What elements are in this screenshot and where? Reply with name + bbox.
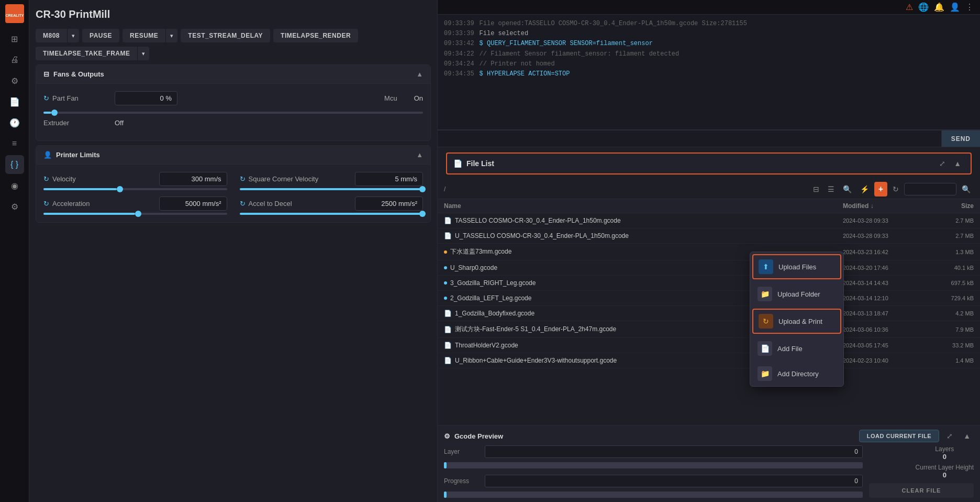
accel-decel-input[interactable]: [355, 197, 423, 211]
velocity-input[interactable]: [159, 172, 227, 186]
sq-corner-refresh-icon[interactable]: ↻: [240, 175, 246, 183]
sidebar-item-file[interactable]: 📄: [5, 92, 24, 111]
add-file-icon[interactable]: +: [874, 182, 887, 197]
terminal-input[interactable]: [438, 130, 941, 147]
timelapse-take-group: TIMELAPSE_TAKE_FRAME ▾: [36, 47, 149, 60]
globe-icon[interactable]: 🌐: [918, 2, 929, 12]
accel-slider[interactable]: [43, 213, 227, 215]
pause-button[interactable]: PAUSE: [82, 29, 119, 42]
sq-corner-slider-thumb[interactable]: [419, 186, 426, 192]
table-row[interactable]: 📄 1_Godzilla_Bodyfixed.gcode 2024-03-13 …: [438, 306, 980, 321]
resume-btn-group: RESUME ▾: [122, 29, 177, 42]
fans-outputs-title-row: ⊟ Fans & Outputs: [43, 70, 104, 78]
velocity-refresh-icon[interactable]: ↻: [43, 175, 49, 183]
layer-slider[interactable]: [444, 462, 863, 468]
test-stream-button[interactable]: TEST_STREAM_DELAY: [181, 29, 270, 42]
user-icon[interactable]: 👤: [950, 2, 960, 12]
add-directory-item[interactable]: 📁 Add Directory: [750, 361, 843, 386]
table-row[interactable]: 下水道盖73mm.gcode 2024-03-23 16:42 1.3 MB: [438, 244, 980, 260]
timelapse-take-dropdown[interactable]: ▾: [137, 47, 149, 60]
sidebar-item-grid[interactable]: ⊞: [5, 29, 24, 48]
right-panel: ⚠ 🌐 🔔 👤 ⋮ 09:33:39 File opened:TASSELLO …: [438, 0, 980, 502]
menu-icon[interactable]: ⋮: [965, 2, 974, 12]
part-fan-input[interactable]: [115, 91, 177, 105]
table-row[interactable]: 📄 U_TASSELLO COSMO-CR-30_0.4_Ender-PLA_1…: [438, 228, 980, 244]
gcode-left-panel: Layer Progress: [444, 445, 863, 498]
upload-print-item[interactable]: ↻ Upload & Print: [752, 309, 841, 334]
upload-folder-label: Upload Folder: [777, 290, 820, 298]
load-current-file-button[interactable]: LOAD CURRENT FILE: [859, 430, 939, 442]
send-button[interactable]: SEND: [941, 130, 980, 147]
resume-dropdown[interactable]: ▾: [165, 29, 177, 42]
accel-slider-thumb[interactable]: [135, 211, 141, 217]
table-row[interactable]: U_Sharp0.gcode 2024-03-20 17:46 40.1 kB: [438, 260, 980, 276]
current-layer-height-label: Current Layer Height: [916, 464, 974, 471]
fans-outputs-header[interactable]: ⊟ Fans & Outputs ▲: [36, 65, 430, 84]
velocity-slider-thumb[interactable]: [117, 186, 123, 192]
layers-label: Layers: [916, 445, 974, 453]
filter-icon[interactable]: ⚡: [857, 183, 872, 195]
printer-limits-header[interactable]: 👤 Printer Limits ▲: [36, 146, 430, 165]
expand-icon[interactable]: ⤢: [936, 158, 949, 169]
table-row[interactable]: 📄 测试方块-Fast-Ender-5 S1_0.4_Ender-PLA_2h4…: [438, 321, 980, 338]
gcode-collapse-icon[interactable]: ▲: [960, 430, 974, 442]
bell-icon[interactable]: 🔔: [934, 2, 944, 12]
table-row[interactable]: 2_Godzilla_LEFT_Leg.gcode 2024-03-14 12:…: [438, 291, 980, 306]
terminal-input-row: SEND: [438, 130, 980, 147]
file-date-2: 2024-03-28 09:33: [843, 233, 927, 239]
resume-button[interactable]: RESUME: [122, 29, 165, 42]
accel-decel-slider-thumb[interactable]: [419, 211, 426, 217]
gcode-expand-icon[interactable]: ⤢: [943, 430, 956, 442]
search-submit-icon[interactable]: 🔍: [959, 183, 974, 195]
file-date-1: 2024-03-28 09:33: [843, 217, 927, 224]
search-icon[interactable]: 🔍: [840, 183, 855, 195]
table-row[interactable]: 📄 ThroatHolderV2.gcode 2024-03-05 17:45 …: [438, 338, 980, 353]
accel-decel-refresh-icon[interactable]: ↻: [240, 200, 246, 208]
velocity-slider[interactable]: [43, 188, 227, 190]
sidebar-item-gauge[interactable]: ◉: [5, 176, 24, 195]
accel-header: ↻ Acceleration: [43, 197, 227, 211]
file-path: /: [444, 185, 446, 193]
part-fan-slider-thumb[interactable]: [51, 110, 58, 116]
file-name-1: 📄 TASSELLO COSMO-CR-30_0.4_Ender-PLA_1h5…: [444, 217, 843, 224]
sidebar-item-history[interactable]: 🕐: [5, 113, 24, 132]
table-row[interactable]: 📄 TASSELLO COSMO-CR-30_0.4_Ender-PLA_1h5…: [438, 213, 980, 228]
col-modified: Modified ↓: [843, 202, 927, 210]
accel-refresh-icon[interactable]: ↻: [43, 200, 49, 208]
list-view-icon[interactable]: ☰: [825, 183, 838, 195]
progress-input[interactable]: [485, 475, 863, 487]
sq-corner-input[interactable]: [355, 172, 423, 186]
part-fan-label: ↻ Part Fan: [43, 94, 106, 102]
accel-input[interactable]: [159, 197, 227, 211]
upload-files-item[interactable]: ⬆ Upload Files: [752, 254, 841, 279]
file-search-input[interactable]: [904, 183, 956, 195]
progress-slider[interactable]: [444, 492, 863, 498]
clear-file-button[interactable]: CLEAR FILE: [869, 483, 974, 498]
add-file-item[interactable]: 📄 Add File: [750, 336, 843, 361]
alert-icon[interactable]: ⚠: [906, 2, 913, 12]
sidebar-item-cog[interactable]: ⚙: [5, 197, 24, 216]
terminal-line: 09:33:42 $ QUERY_FILAMENT_SENSOR SENSOR=…: [444, 39, 974, 49]
sidebar-item-code[interactable]: { }: [5, 155, 24, 174]
grid-view-icon[interactable]: ⊟: [810, 183, 822, 195]
part-fan-slider[interactable]: [43, 112, 423, 114]
extruder-label: Extruder: [43, 119, 106, 127]
sidebar-item-printer[interactable]: 🖨: [5, 50, 24, 69]
part-fan-refresh-icon[interactable]: ↻: [43, 94, 49, 102]
timelapse-button[interactable]: TIMELAPSE_RENDER: [273, 29, 358, 42]
table-row[interactable]: 📄 U_Ribbon+Cable+Guide+Ender3V3-withouts…: [438, 353, 980, 368]
timelapse-take-button[interactable]: TIMELAPSE_TAKE_FRAME: [36, 47, 137, 60]
collapse-icon[interactable]: ▲: [951, 158, 964, 169]
sidebar-item-settings[interactable]: ⚙: [5, 71, 24, 90]
sq-corner-slider[interactable]: [240, 188, 424, 190]
upload-folder-item[interactable]: 📁 Upload Folder: [750, 281, 843, 307]
m808-button[interactable]: M808: [36, 29, 67, 42]
sidebar-item-layers[interactable]: ≡: [5, 134, 24, 153]
layer-input[interactable]: [485, 445, 863, 458]
accel-decel-slider[interactable]: [240, 213, 424, 215]
refresh-icon[interactable]: ↻: [889, 183, 902, 195]
table-row[interactable]: 3_Godzilla_RIGHT_Leg.gcode 2024-03-14 14…: [438, 276, 980, 291]
m808-dropdown[interactable]: ▾: [67, 29, 79, 42]
file-icon-10: 📄: [444, 357, 452, 364]
terminal-line: 09:33:39 File opened:TASSELLO COSMO-CR-3…: [444, 19, 974, 29]
